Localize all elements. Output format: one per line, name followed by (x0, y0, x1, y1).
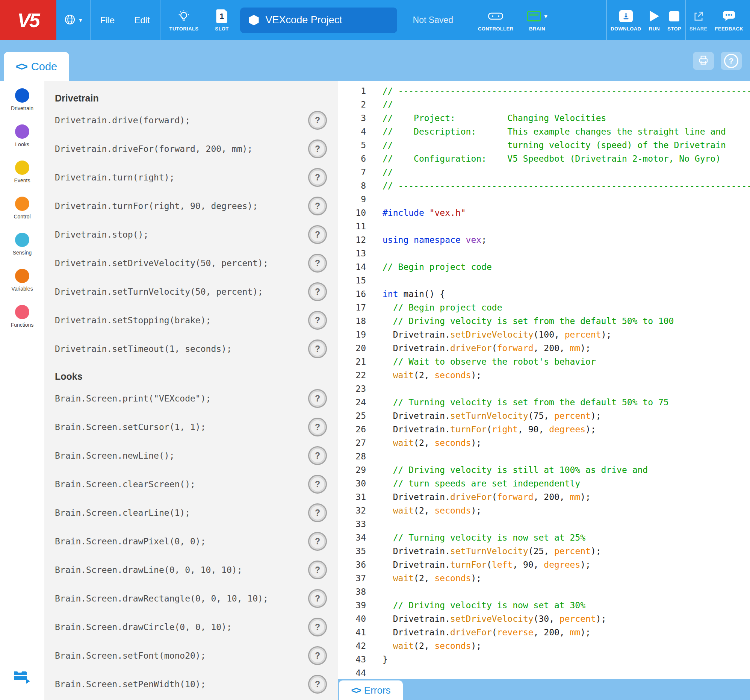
command-row[interactable]: Drivetrain.stop();? (45, 220, 338, 249)
command-help-button[interactable]: ? (308, 197, 327, 215)
code-line[interactable]: 44 (342, 666, 750, 680)
code-line[interactable]: 33 (342, 517, 750, 531)
command-help-button[interactable]: ? (308, 532, 327, 551)
code-line[interactable]: 32 wait(2, seconds); (342, 504, 750, 517)
code-line[interactable]: 40 Drivetrain.setDriveVelocity(30, perce… (342, 612, 750, 626)
code-line[interactable]: 35 Drivetrain.setTurnVelocity(25, percen… (342, 545, 750, 558)
code-line[interactable]: 4// Description: This example changes th… (342, 125, 750, 138)
code-line[interactable]: 10#include "vex.h" (342, 206, 750, 220)
code-line[interactable]: 30 // turn speeds are set independently (342, 477, 750, 490)
command-row[interactable]: Brain.Screen.print("VEXcode");? (45, 384, 338, 413)
print-button[interactable] (693, 52, 714, 70)
brain-button[interactable]: ▾ BRAIN (523, 0, 551, 40)
code-line[interactable]: 12using namespace vex; (342, 233, 750, 247)
code-line[interactable]: 34 // Turning velocity is now set at 25% (342, 531, 750, 545)
code-line[interactable]: 31 Drivetrain.driveFor(forward, 200, mm)… (342, 490, 750, 504)
command-row[interactable]: Brain.Screen.newLine();? (45, 442, 338, 470)
code-line[interactable]: 20 Drivetrain.driveFor(forward, 200, mm)… (342, 342, 750, 355)
code-line[interactable]: 36 Drivetrain.turnFor(left, 90, degrees)… (342, 558, 750, 571)
command-help-button[interactable]: ? (308, 111, 327, 130)
share-button[interactable]: SHARE (686, 0, 711, 40)
blocks-view-toggle[interactable] (11, 666, 32, 688)
sidebar-item-functions[interactable]: Functions (0, 305, 45, 328)
command-help-button[interactable]: ? (308, 418, 327, 437)
sidebar-item-events[interactable]: Events (0, 160, 45, 184)
code-line[interactable]: 37 wait(2, seconds); (342, 571, 750, 585)
command-row[interactable]: Drivetrain.turnFor(right, 90, degrees);? (45, 192, 338, 220)
sidebar-item-looks[interactable]: Looks (0, 125, 45, 148)
command-row[interactable]: Drivetrain.setStopping(brake);? (45, 306, 338, 335)
command-help-button[interactable]: ? (308, 311, 327, 330)
code-line[interactable]: 16int main() { (342, 287, 750, 301)
command-row[interactable]: Drivetrain.setDriveVelocity(50, percent)… (45, 249, 338, 277)
command-help-button[interactable]: ? (308, 282, 327, 301)
command-help-button[interactable]: ? (308, 340, 327, 358)
help-button[interactable]: ? (721, 52, 742, 70)
code-line[interactable]: 8// ------------------------------------… (342, 179, 750, 192)
tab-code[interactable]: <> Code (4, 52, 69, 81)
code-line[interactable]: 11 (342, 220, 750, 233)
feedback-button[interactable]: FEEDBACK (711, 0, 747, 40)
command-help-button[interactable]: ? (308, 389, 327, 408)
code-line[interactable]: 13 (342, 247, 750, 260)
code-line[interactable]: 17 // Begin project code (342, 301, 750, 314)
code-line[interactable]: 21 // Wait to observe the robot's behavi… (342, 355, 750, 368)
command-row[interactable]: Drivetrain.setTimeout(1, seconds);? (45, 335, 338, 363)
command-help-button[interactable]: ? (308, 140, 327, 158)
command-row[interactable]: Brain.Screen.clearScreen();? (45, 470, 338, 498)
command-row[interactable]: Brain.Screen.drawCircle(0, 0, 10);? (45, 613, 338, 642)
sidebar-item-variables[interactable]: Variables (0, 269, 45, 292)
command-help-button[interactable]: ? (308, 446, 327, 465)
code-line[interactable]: 24 // Turning velocity is set from the d… (342, 395, 750, 409)
code-line[interactable]: 43} (342, 652, 750, 666)
sidebar-item-drivetrain[interactable]: Drivetrain (0, 88, 45, 112)
sidebar-item-control[interactable]: Control (0, 197, 45, 220)
command-row[interactable]: Brain.Screen.drawLine(0, 0, 10, 10);? (45, 555, 338, 584)
code-line[interactable]: 1// ------------------------------------… (342, 84, 750, 98)
command-help-button[interactable]: ? (308, 503, 327, 522)
code-line[interactable]: 28 (342, 450, 750, 463)
command-help-button[interactable]: ? (308, 589, 327, 608)
command-row[interactable]: Brain.Screen.setPenWidth(10);? (45, 670, 338, 698)
code-line[interactable]: 3// Project: Changing Velocities (342, 111, 750, 125)
file-menu[interactable]: File (91, 0, 125, 40)
sidebar-item-sensing[interactable]: Sensing (0, 233, 45, 256)
code-line[interactable]: 9 (342, 192, 750, 206)
command-help-button[interactable]: ? (308, 475, 327, 494)
code-line[interactable]: 19 Drivetrain.setDriveVelocity(100, perc… (342, 328, 750, 342)
command-row[interactable]: Brain.Screen.setCursor(1, 1);? (45, 413, 338, 442)
command-help-button[interactable]: ? (308, 560, 327, 579)
code-line[interactable]: 22 wait(2, seconds); (342, 368, 750, 382)
slot-button[interactable]: 1 SLOT (211, 0, 232, 40)
command-help-button[interactable]: ? (308, 168, 327, 187)
code-line[interactable]: 27 wait(2, seconds); (342, 436, 750, 450)
download-button[interactable]: DOWNLOAD (607, 0, 645, 40)
language-menu-button[interactable]: ▾ (56, 0, 90, 40)
command-row[interactable]: Brain.Screen.drawPixel(0, 0);? (45, 527, 338, 555)
command-row[interactable]: Brain.Screen.setFont(mono20);? (45, 642, 338, 670)
command-row[interactable]: Drivetrain.drive(forward);? (45, 106, 338, 135)
code-line[interactable]: 5// turning velocity (speed) of the Driv… (342, 138, 750, 152)
command-row[interactable]: Drivetrain.turn(right);? (45, 163, 338, 192)
command-help-button[interactable]: ? (308, 254, 327, 272)
code-line[interactable]: 26 Drivetrain.turnFor(right, 90, degrees… (342, 423, 750, 436)
code-line[interactable]: 18 // Driving velocity is set from the d… (342, 314, 750, 328)
command-row[interactable]: Drivetrain.driveFor(forward, 200, mm);? (45, 135, 338, 163)
command-row[interactable]: Brain.Screen.drawRectangle(0, 0, 10, 10)… (45, 584, 338, 613)
code-line[interactable]: 38 (342, 585, 750, 598)
tab-errors[interactable]: <> Errors (339, 680, 403, 700)
code-line[interactable]: 6// Configuration: V5 Speedbot (Drivetra… (342, 152, 750, 165)
edit-menu[interactable]: Edit (124, 0, 159, 40)
run-button[interactable]: RUN (645, 0, 664, 40)
code-line[interactable]: 42 wait(2, seconds); (342, 639, 750, 652)
project-name-field[interactable]: VEXcode Project (240, 8, 397, 33)
command-help-button[interactable]: ? (308, 618, 327, 637)
code-line[interactable]: 7// (342, 165, 750, 179)
command-row[interactable]: Drivetrain.setTurnVelocity(50, percent);… (45, 277, 338, 306)
code-line[interactable]: 23 (342, 382, 750, 395)
tutorials-button[interactable]: TUTORIALS (166, 0, 203, 40)
code-line[interactable]: 14// Begin project code (342, 260, 750, 274)
code-line[interactable]: 39 // Driving velocity is now set at 30% (342, 598, 750, 612)
command-help-button[interactable]: ? (308, 225, 327, 244)
command-help-button[interactable]: ? (308, 646, 327, 665)
